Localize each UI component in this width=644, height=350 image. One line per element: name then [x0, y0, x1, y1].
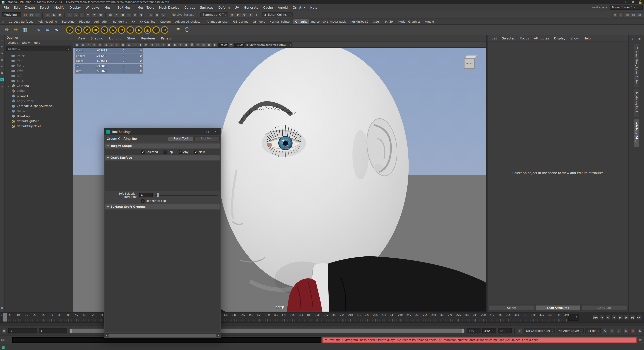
- construction-history-icon[interactable]: ↻: [161, 12, 166, 18]
- zoom-tool-icon[interactable]: ◎: [0, 84, 4, 88]
- menu-set-selector[interactable]: Modeling▾: [2, 12, 22, 17]
- menu-cache[interactable]: Cache: [261, 6, 275, 9]
- tool-settings-maximize-button[interactable]: ☐: [204, 130, 211, 133]
- sound-icon[interactable]: ♪: [616, 328, 622, 333]
- checkbox-box[interactable]: ✓: [141, 200, 145, 203]
- anim-layer-selector[interactable]: No Anim Layer▾: [556, 328, 584, 333]
- ae-menu-attributes[interactable]: Attributes: [532, 37, 552, 40]
- outliner-menu-display[interactable]: Display: [6, 41, 20, 44]
- soft-selection-iterations-field[interactable]: 4: [139, 193, 153, 198]
- fps-selector[interactable]: 24 fps▾: [586, 328, 601, 333]
- time-slider-ruler[interactable]: 0510152025303540455055606570758085909510…: [1, 312, 567, 322]
- hierarchy-mode-icon[interactable]: ≡: [45, 12, 50, 18]
- graft-surface-section-header[interactable]: ▼Graft Surface: [105, 155, 220, 160]
- scroll-left-icon[interactable]: ◀: [104, 334, 108, 337]
- snap-projected-center-icon[interactable]: ◎: [126, 12, 132, 18]
- image-plane-icon[interactable]: ▤: [97, 42, 103, 47]
- load-attributes-button[interactable]: Load Attributes: [535, 305, 581, 311]
- ae-menu-focus[interactable]: Focus: [518, 37, 532, 40]
- menu-select[interactable]: Select: [38, 6, 52, 9]
- slider-handle[interactable]: [157, 193, 159, 197]
- outliner-item-side[interactable]: side: [4, 68, 73, 73]
- command-line-input[interactable]: [12, 337, 321, 343]
- ox-surface-comb-icon[interactable]: ✱: [92, 26, 99, 34]
- step-back-key-button[interactable]: |◀: [599, 315, 604, 320]
- viewport-menu-view[interactable]: View: [75, 37, 88, 40]
- hypershade-icon[interactable]: ◈: [248, 12, 253, 18]
- outliner-item-browcap[interactable]: BrowCap: [4, 114, 73, 119]
- outliner-item-defaultlightset[interactable]: defaultLightSet: [4, 119, 73, 124]
- menu-help[interactable]: Help: [308, 6, 320, 9]
- outliner-item-left[interactable]: left: [4, 73, 73, 78]
- four-pane-icon[interactable]: ◫: [625, 12, 630, 18]
- menu-edit-mesh[interactable]: Edit Mesh: [115, 6, 135, 9]
- shelf-menu-icon[interactable]: ⚙: [1, 21, 6, 24]
- play-backwards-button[interactable]: ◀: [612, 315, 617, 320]
- menu-edit[interactable]: Edit: [11, 6, 22, 9]
- shelf-tab-sculpting[interactable]: Sculpting: [60, 19, 77, 24]
- ox-add-hair-icon[interactable]: ⊚: [66, 26, 74, 34]
- lasso-tool-icon[interactable]: ◌: [0, 45, 4, 49]
- pin-panel-icon[interactable]: ⊙: [631, 37, 635, 41]
- current-frame-field[interactable]: 1: [568, 314, 579, 321]
- film-gate-icon[interactable]: ▭: [126, 42, 132, 47]
- tool-settings-titlebar[interactable]: Tool Settings ─ ☐ ✕: [104, 128, 220, 135]
- snap-curve-icon[interactable]: ∿: [114, 12, 119, 18]
- channel-box-toggle-icon[interactable]: ▨: [637, 12, 642, 18]
- ae-menu-display[interactable]: Display: [552, 37, 568, 40]
- playback-speed-icon[interactable]: ⊙: [624, 328, 629, 333]
- menu-modify[interactable]: Modify: [52, 6, 67, 9]
- tool-settings-hscrollbar[interactable]: ◀ ▶: [104, 333, 220, 337]
- ox-strand-chart-icon[interactable]: ≣: [174, 26, 182, 34]
- output-operations-icon[interactable]: ≣: [154, 12, 160, 18]
- panel-splitter[interactable]: [486, 35, 488, 312]
- select-handles-icon[interactable]: +: [67, 12, 72, 18]
- sidebar-tab-attribute-editor[interactable]: Attribute Editor: [634, 119, 639, 147]
- menu-display[interactable]: Display: [67, 6, 83, 9]
- outliner-menu-show[interactable]: Show: [20, 41, 32, 44]
- playback-end-field[interactable]: 340: [467, 328, 481, 333]
- step-back-frame-button[interactable]: ◀|: [605, 315, 611, 320]
- paint-select-tool-icon[interactable]: ✎: [0, 51, 4, 55]
- outliner-item-zatanna[interactable]: ▸Zatanna: [4, 83, 73, 89]
- ae-menu-show[interactable]: Show: [568, 37, 581, 40]
- ox-length-icon[interactable]: ∿: [101, 26, 108, 34]
- tone-map-selector[interactable]: ▣Unity neutral tone-map (sRGB)▾: [244, 42, 292, 47]
- wireframe-icon[interactable]: ◇: [161, 42, 166, 47]
- checkbox-box[interactable]: ✓: [141, 150, 145, 153]
- shelf-tab-motion-graphics[interactable]: Motion Graphics: [396, 19, 422, 24]
- selected-checkbox[interactable]: ✓Selected: [141, 150, 158, 153]
- textured-icon[interactable]: ◐: [172, 42, 178, 47]
- bookmark-view-icon[interactable]: ★: [92, 42, 97, 47]
- viewport-menu-lighting[interactable]: Lighting: [106, 37, 124, 40]
- rotate-tool-icon[interactable]: ↻: [0, 65, 4, 68]
- reset-tool-button[interactable]: Reset Tool: [168, 136, 193, 141]
- use-lights-icon[interactable]: ☀: [178, 42, 183, 47]
- character-set-selector[interactable]: No Character Set▾: [524, 328, 555, 333]
- multisample-icon[interactable]: ▩: [207, 42, 212, 47]
- ipr-render-icon[interactable]: ▶: [236, 12, 241, 18]
- symmetry-selector[interactable]: Symmetry: Off▾: [200, 12, 228, 17]
- menu-mesh-tools[interactable]: Mesh Tools: [135, 6, 156, 9]
- go-to-start-button[interactable]: |◀◀: [592, 315, 598, 320]
- checkbox-box[interactable]: ✓: [194, 150, 198, 153]
- ox-mesh-from-strands-icon[interactable]: ▣: [144, 26, 151, 34]
- outliner-menu-help[interactable]: Help: [32, 41, 42, 44]
- shelf-tab-poly-modeling[interactable]: Poly Modeling: [36, 19, 59, 24]
- shelf-tab-custom[interactable]: Custom: [158, 19, 173, 24]
- viewport-menu-panels[interactable]: Panels: [158, 37, 174, 40]
- any-checkbox[interactable]: ✓Any: [179, 150, 188, 153]
- ox-grid-brush-icon[interactable]: ▦: [21, 26, 29, 34]
- camera-attributes-icon[interactable]: ✎: [86, 42, 91, 47]
- exposure-icon[interactable]: ◐: [212, 42, 218, 47]
- range-end-handle[interactable]: [462, 329, 464, 333]
- script-editor-icon[interactable]: ▤: [638, 337, 643, 342]
- menu-ornatrix[interactable]: Ornatrix: [290, 6, 308, 9]
- scrollbar-thumb[interactable]: [108, 334, 216, 337]
- viewport-menu-shading[interactable]: Shading: [88, 37, 106, 40]
- ox-fur-ball-icon[interactable]: ❋: [3, 26, 10, 34]
- snap-grid-icon[interactable]: ▦: [108, 12, 113, 18]
- target-shape-section-header[interactable]: ▼Target Shape: [105, 143, 220, 148]
- ox-bake-hair-icon[interactable]: ⊕: [152, 26, 160, 34]
- outliner-item-front[interactable]: front: [4, 63, 73, 68]
